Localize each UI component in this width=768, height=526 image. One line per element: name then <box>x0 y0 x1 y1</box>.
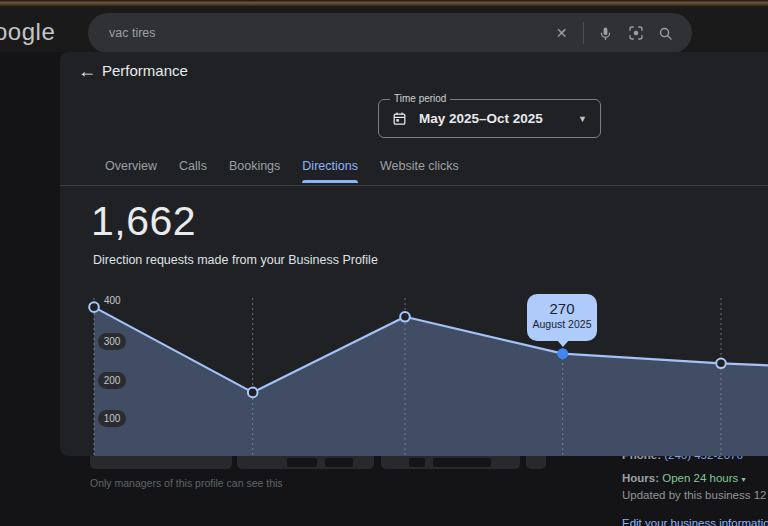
y-axis-tick-200: 200 <box>98 372 126 389</box>
y-axis-tick-400: 400 <box>104 295 121 306</box>
page-title: Performance <box>102 62 188 79</box>
hours-row: Hours: Open 24 hours ▾ <box>622 472 746 484</box>
y-axis-tick-100: 100 <box>98 410 126 427</box>
google-logo: oogle <box>0 18 55 46</box>
chart-tooltip: 270 August 2025 <box>527 294 597 341</box>
time-period-selector[interactable]: Time period May 2025–Oct 2025 ▼ <box>378 99 601 138</box>
search-divider <box>583 22 584 44</box>
metric-description: Direction requests made from your Busine… <box>93 253 378 267</box>
tab-overview[interactable]: Overview <box>105 159 157 183</box>
browser-top-edge <box>0 0 768 7</box>
tooltip-pointer <box>557 340 569 347</box>
search-query-text[interactable]: vac tires <box>109 26 553 40</box>
edit-business-info-link[interactable]: Edit your business information <box>622 517 768 526</box>
chevron-down-icon[interactable]: ▼ <box>578 114 587 124</box>
tooltip-date: August 2025 <box>527 318 597 330</box>
hours-label: Hours: <box>622 472 659 484</box>
managers-only-note: Only managers of this profile can see th… <box>90 477 283 489</box>
microphone-icon[interactable] <box>597 25 614 42</box>
y-axis-tick-300: 300 <box>98 333 126 350</box>
tooltip-value: 270 <box>527 300 597 317</box>
hours-value[interactable]: Open 24 hours <box>662 472 738 484</box>
calendar-icon <box>392 111 407 126</box>
tab-calls[interactable]: Calls <box>179 159 207 183</box>
search-bar[interactable]: vac tires ✕ <box>88 13 692 53</box>
metric-total: 1,662 <box>91 198 196 245</box>
search-icon[interactable] <box>657 25 674 42</box>
back-arrow-icon[interactable]: ← <box>76 60 98 82</box>
metric-tabs: Overview Calls Bookings Directions Websi… <box>105 159 459 183</box>
tab-bookings[interactable]: Bookings <box>229 159 280 183</box>
google-lens-icon[interactable] <box>627 25 644 42</box>
time-period-label: Time period <box>390 93 450 104</box>
hours-expand-icon[interactable]: ▾ <box>742 475 746 484</box>
tab-website-clicks[interactable]: Website clicks <box>380 159 459 183</box>
clear-search-icon[interactable]: ✕ <box>553 25 570 42</box>
directions-chart <box>60 290 768 456</box>
time-period-value: May 2025–Oct 2025 <box>419 111 543 126</box>
updated-by-text: Updated by this business 12 wee <box>622 489 768 501</box>
tab-directions[interactable]: Directions <box>302 159 358 183</box>
performance-dialog: ← Performance Time period May 2025–Oct 2… <box>60 52 768 456</box>
tabs-divider <box>60 185 768 186</box>
